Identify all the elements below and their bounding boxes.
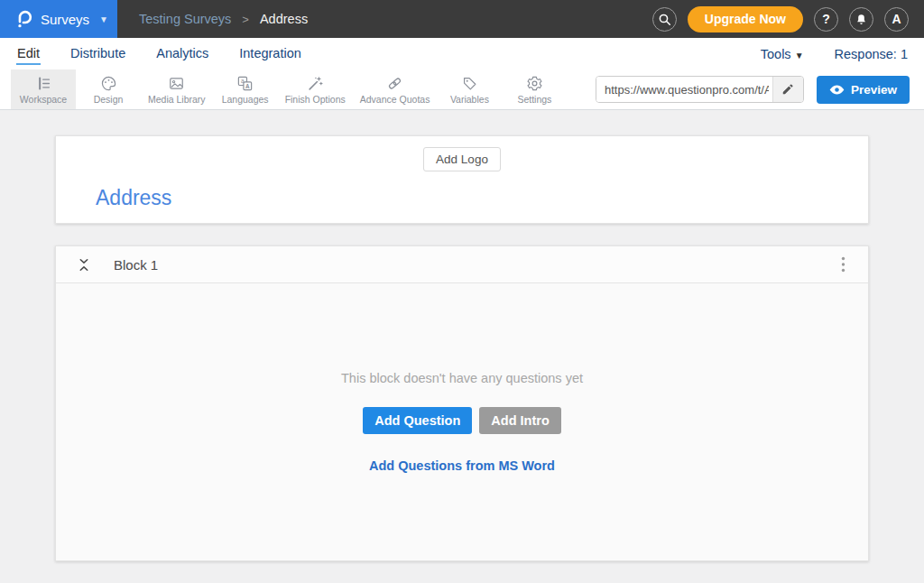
- chain-links-icon: [386, 75, 403, 92]
- kebab-menu-icon: [841, 256, 845, 273]
- survey-url-box: [596, 76, 804, 103]
- add-questions-from-ms-word-link[interactable]: Add Questions from MS Word: [369, 458, 555, 473]
- block-header: Block 1: [56, 246, 868, 283]
- palette-icon: [100, 75, 117, 92]
- product-label: Surveys: [41, 12, 89, 27]
- top-navigation-bar: Surveys ▼ Testing Surveys > Address Upgr…: [0, 0, 924, 38]
- empty-block-message: This block doesn't have any questions ye…: [341, 371, 583, 385]
- breadcrumb-parent-link[interactable]: Testing Surveys: [139, 12, 231, 26]
- tabrow-right: Tools ▼ Response: 1: [761, 47, 908, 61]
- survey-header-card: Add Logo Address: [55, 135, 869, 224]
- collapse-block-button[interactable]: [76, 255, 92, 274]
- avatar: A: [892, 12, 901, 26]
- tab-distribute[interactable]: Distribute: [69, 43, 126, 65]
- tools-dropdown[interactable]: Tools ▼: [761, 47, 804, 61]
- block-menu-button[interactable]: [836, 254, 850, 275]
- preview-button[interactable]: Preview: [817, 76, 910, 104]
- add-logo-button[interactable]: Add Logo: [423, 147, 501, 171]
- breadcrumb-current: Address: [260, 12, 308, 26]
- tab-analytics[interactable]: Analytics: [155, 43, 209, 65]
- magic-wand-icon: [307, 75, 324, 92]
- questionpro-logo-icon: [14, 9, 32, 30]
- search-button[interactable]: [652, 7, 677, 32]
- image-icon: [168, 75, 185, 92]
- toolbar-item-design[interactable]: Design: [76, 69, 141, 109]
- tag-icon: [461, 75, 478, 92]
- toolbar-item-finish-options[interactable]: Finish Options: [278, 69, 353, 109]
- response-count[interactable]: Response: 1: [835, 47, 908, 61]
- svg-text:a: a: [241, 77, 245, 83]
- search-icon: [658, 13, 671, 26]
- tab-edit[interactable]: Edit: [16, 43, 41, 65]
- eye-icon: [829, 84, 845, 96]
- toolbar-item-settings[interactable]: Settings: [502, 69, 567, 109]
- main-tab-bar: Edit Distribute Analytics Integration To…: [0, 38, 924, 69]
- upgrade-now-button[interactable]: Upgrade Now: [688, 6, 803, 32]
- chevron-down-icon: ▼: [99, 14, 108, 24]
- toolbar-item-variables[interactable]: Variables: [437, 69, 502, 109]
- product-switcher[interactable]: Surveys ▼: [0, 0, 117, 38]
- notifications-button[interactable]: [849, 7, 873, 32]
- pencil-icon: [781, 83, 794, 96]
- avatar-button[interactable]: A: [884, 7, 909, 32]
- collapse-icon: [78, 257, 90, 273]
- breadcrumb-separator: >: [242, 13, 249, 26]
- toolbar-right: Preview: [596, 69, 924, 109]
- survey-title[interactable]: Address: [96, 186, 828, 210]
- workspace-icon: [35, 75, 52, 92]
- main-tabs: Edit Distribute Analytics Integration: [16, 43, 302, 65]
- breadcrumb: Testing Surveys > Address: [139, 12, 308, 26]
- bell-icon: [855, 13, 868, 26]
- survey-url-input[interactable]: [596, 77, 772, 102]
- tab-integration[interactable]: Integration: [238, 43, 302, 65]
- add-question-button[interactable]: Add Question: [363, 407, 472, 434]
- gear-icon: [526, 75, 543, 92]
- survey-toolbar: Workspace Design Media Library a A Langu…: [0, 69, 924, 110]
- block-body: This block doesn't have any questions ye…: [56, 283, 868, 560]
- edit-url-button[interactable]: [772, 77, 803, 102]
- help-button[interactable]: ?: [814, 7, 838, 32]
- toolbar-item-advance-quotas[interactable]: Advance Quotas: [353, 69, 438, 109]
- toolbar-item-media-library[interactable]: Media Library: [141, 69, 213, 109]
- question-mark-icon: ?: [822, 12, 830, 26]
- toolbar-item-workspace[interactable]: Workspace: [11, 69, 76, 109]
- svg-text:A: A: [245, 82, 250, 88]
- add-intro-button[interactable]: Add Intro: [479, 407, 560, 434]
- translate-icon: a A: [236, 75, 254, 92]
- survey-editor-content: Add Logo Address Block 1 This block do: [0, 110, 924, 561]
- toolbar-item-languages[interactable]: a A Languages: [213, 69, 278, 109]
- topbar-actions: Upgrade Now ? A: [652, 6, 924, 32]
- block-title[interactable]: Block 1: [114, 257, 158, 273]
- block-card: Block 1 This block doesn't have any ques…: [55, 245, 869, 561]
- chevron-down-icon: ▼: [795, 51, 804, 60]
